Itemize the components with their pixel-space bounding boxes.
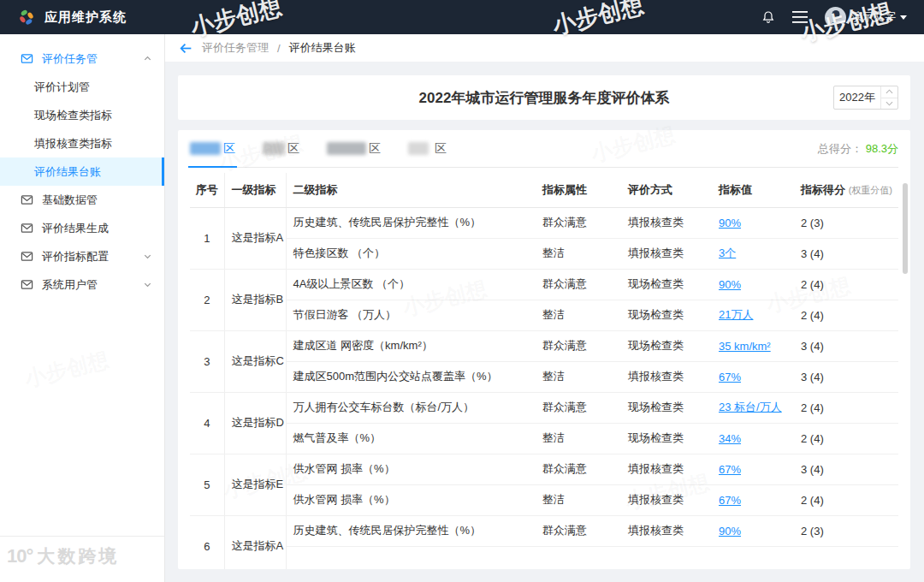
col-header-level2: 二级指标 (286, 173, 536, 207)
redacted-district-name (327, 142, 366, 155)
spinner-down-icon[interactable] (881, 98, 897, 110)
cell-level2: 供水管网 损率（%） (286, 454, 536, 484)
notification-bell-icon[interactable] (761, 10, 775, 24)
mail-icon (21, 250, 33, 263)
total-score-label: 总得分： (818, 142, 862, 155)
sidebar-menu: 评价任务管评价计划管现场检查类指标填报核查类指标评价结果台账基础数据管评价结果生… (0, 34, 164, 299)
redacted-district-name (190, 142, 221, 155)
cell-attr: 整洁 (536, 238, 621, 269)
cell-value: 23 标台/万人 (712, 392, 794, 423)
cell-method: 填报核查类 (621, 238, 712, 269)
table-row: 1这是指标A历史建筑、传统民居保护完整性（%）群众满意填报核查类90%2 (3) (190, 207, 898, 238)
indicator-value-link[interactable]: 90% (719, 525, 741, 537)
cell-no: 3 (190, 330, 224, 392)
table-row (190, 546, 898, 569)
back-arrow-icon[interactable] (179, 41, 193, 56)
col-header-level1: 一级指标 (224, 173, 286, 207)
cell-level2: 建成区道 网密度（km/km²） (286, 330, 536, 361)
sidebar-item-评价计划管[interactable]: 评价计划管 (0, 73, 164, 101)
indicator-value-link[interactable]: 35 km/km² (719, 340, 771, 353)
cell-attr: 群众满意 (536, 454, 621, 484)
col-header-attr: 指标属性 (536, 173, 621, 207)
spinner-up-icon[interactable] (881, 86, 897, 98)
cell-no: 6 (190, 515, 224, 569)
footer-watermark-text: 大数跨境 (37, 544, 119, 568)
cell-value: 21万人 (712, 300, 794, 330)
chevron-down-icon (900, 15, 907, 20)
cell-score: 3 (4) (794, 454, 898, 484)
table-row: 燃气普及率（%）整洁现场检查类34%2 (4) (190, 423, 898, 454)
table-body: 1这是指标A历史建筑、传统民居保护完整性（%）群众满意填报核查类90%2 (3)… (190, 207, 898, 569)
table-scrollbar[interactable] (903, 183, 908, 274)
sidebar-item-现场检查类指标[interactable]: 现场检查类指标 (0, 101, 164, 129)
indicator-value-link[interactable]: 34% (719, 432, 741, 445)
indicator-value-link[interactable]: 67% (719, 463, 741, 476)
sidebar-item-评价指标配置[interactable]: 评价指标配置 (0, 242, 164, 270)
indicator-value-link[interactable]: 3个 (719, 246, 736, 259)
cell-level2: 历史建筑、传统民居保护完整性（%） (286, 515, 536, 546)
mail-icon (21, 193, 33, 206)
cell-level1: 这是指标A (224, 207, 286, 269)
cell-level2: 万人拥有公交车标台数（标台/万人） (286, 392, 536, 423)
col-header-value: 指标值 (712, 173, 794, 207)
breadcrumb-parent[interactable]: 评价任务管理 (202, 40, 269, 56)
indicator-value-link[interactable]: 90% (719, 278, 741, 291)
indicator-value-link[interactable]: 23 标台/万人 (719, 401, 782, 413)
cell-level2: 历史建筑、传统民居保护完整性（%） (286, 207, 536, 238)
sidebar-item-评价结果台账[interactable]: 评价结果台账 (0, 157, 164, 186)
tab-district-1[interactable]: 区 (190, 130, 235, 167)
tabs-group: 区区区区 (190, 130, 474, 167)
cell-method: 填报核查类 (621, 361, 712, 392)
user-menu[interactable]: 演示文字 (825, 7, 907, 28)
breadcrumb: 评价任务管理 / 评价结果台账 (165, 34, 924, 62)
sidebar-item-填报核查类指标[interactable]: 填报核查类指标 (0, 129, 164, 157)
cell-value: 35 km/km² (712, 330, 794, 361)
year-selector[interactable]: 2022年 (833, 86, 898, 110)
page-title: 2022年城市运行管理服务年度评价体系 (419, 88, 670, 108)
indicator-value-link[interactable]: 21万人 (719, 308, 753, 321)
indicator-value-link[interactable]: 90% (719, 217, 741, 229)
cell-method: 填报核查类 (621, 454, 712, 484)
tab-district-3[interactable]: 区 (327, 130, 381, 167)
sidebar-item-系统用户管[interactable]: 系统用户管 (0, 270, 164, 299)
district-tabs: 区区区区 总得分： 98.3分 (190, 130, 898, 168)
sidebar-item-label: 基础数据管 (42, 193, 98, 208)
cell-method: 现场检查类 (621, 392, 712, 423)
menu-hamburger-icon[interactable] (792, 11, 808, 23)
cell-score: 2 (3) (794, 207, 898, 238)
cell-score: 3 (4) (794, 330, 898, 361)
mail-icon (21, 222, 33, 235)
total-score: 总得分： 98.3分 (818, 141, 898, 157)
tab-district-4[interactable]: 区 (408, 130, 447, 167)
cell-method: 填报核查类 (621, 484, 712, 515)
indicator-value-link[interactable]: 67% (719, 371, 741, 383)
table-row: 节假日游客 （万人）整洁现场检查类21万人2 (4) (190, 300, 898, 330)
cell-no: 1 (190, 207, 224, 269)
cell-value: 90% (712, 269, 794, 300)
chevron-down-icon (143, 280, 152, 289)
cell-level2: 特色接区数 （个） (286, 238, 536, 269)
breadcrumb-separator: / (277, 42, 281, 55)
sidebar-item-基础数据管[interactable]: 基础数据管 (0, 186, 164, 214)
indicator-value-link[interactable]: 67% (719, 494, 741, 507)
cell-method: 现场检查类 (621, 330, 712, 361)
redacted-district-name (263, 142, 285, 155)
sidebar: 评价任务管评价计划管现场检查类指标填报核查类指标评价结果台账基础数据管评价结果生… (0, 34, 165, 582)
sidebar-item-评价任务管[interactable]: 评价任务管 (0, 45, 164, 73)
cell-attr: 整洁 (536, 484, 621, 515)
cell-attr: 整洁 (536, 300, 621, 330)
cell-attr (536, 546, 621, 569)
app-logo-icon (17, 8, 36, 27)
cell-method: 填报核查类 (621, 207, 712, 238)
redacted-district-name (408, 142, 429, 155)
cell-value (712, 546, 794, 569)
cell-no: 5 (190, 454, 224, 515)
sidebar-item-label: 评价任务管 (42, 51, 98, 67)
cell-method: 现场检查类 (621, 300, 712, 330)
tab-label: 区 (287, 141, 299, 157)
sidebar-item-评价结果生成[interactable]: 评价结果生成 (0, 214, 164, 242)
cell-level2: 节假日游客 （万人） (286, 300, 536, 330)
tab-district-2[interactable]: 区 (263, 130, 299, 167)
cell-method (621, 546, 712, 569)
year-spinner (880, 86, 897, 109)
